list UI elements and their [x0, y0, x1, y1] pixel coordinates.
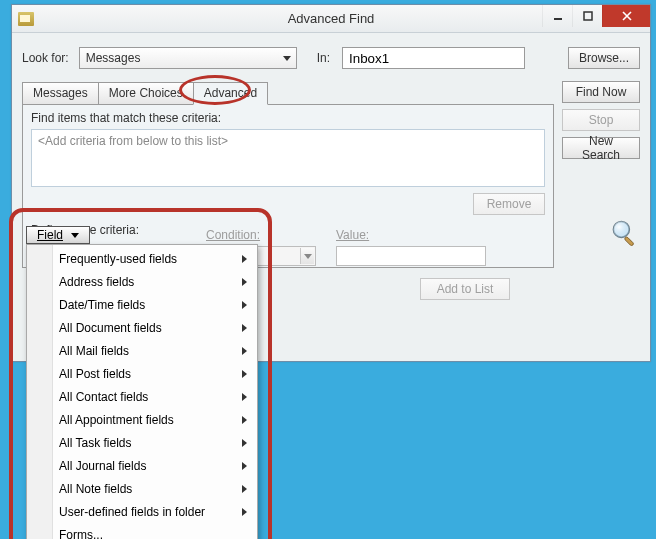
- submenu-arrow-icon: [242, 439, 247, 447]
- remove-button: Remove: [473, 193, 545, 215]
- add-to-list-button: Add to List: [420, 278, 510, 300]
- menu-item-contact[interactable]: All Contact fields: [29, 385, 255, 408]
- in-label: In:: [317, 51, 330, 65]
- field-menu: Frequently-used fields Address fields Da…: [26, 244, 258, 539]
- menu-item-frequently-used[interactable]: Frequently-used fields: [29, 247, 255, 270]
- look-for-combo[interactable]: Messages: [79, 47, 297, 69]
- tab-more-choices[interactable]: More Choices: [98, 82, 194, 105]
- maximize-button[interactable]: [572, 5, 602, 27]
- svg-rect-4: [624, 236, 634, 246]
- criteria-placeholder: <Add criteria from below to this list>: [38, 134, 228, 148]
- svg-rect-1: [584, 12, 592, 20]
- tab-advanced[interactable]: Advanced: [193, 82, 268, 105]
- find-now-button[interactable]: Find Now: [562, 81, 640, 103]
- menu-item-mail[interactable]: All Mail fields: [29, 339, 255, 362]
- app-icon: [18, 12, 34, 26]
- submenu-arrow-icon: [242, 255, 247, 263]
- tabs-row: Messages More Choices Advanced: [22, 81, 554, 104]
- browse-button[interactable]: Browse...: [568, 47, 640, 69]
- submenu-arrow-icon: [242, 462, 247, 470]
- svg-rect-0: [554, 18, 562, 20]
- field-button-label: Field: [37, 228, 63, 242]
- submenu-arrow-icon: [242, 416, 247, 424]
- submenu-arrow-icon: [242, 324, 247, 332]
- menu-item-note[interactable]: All Note fields: [29, 477, 255, 500]
- titlebar[interactable]: Advanced Find: [12, 5, 650, 33]
- submenu-arrow-icon: [242, 301, 247, 309]
- menu-item-address[interactable]: Address fields: [29, 270, 255, 293]
- menu-item-user-defined[interactable]: User-defined fields in folder: [29, 500, 255, 523]
- chevron-down-icon: [280, 48, 294, 68]
- svg-point-3: [614, 222, 630, 238]
- menu-item-appointment[interactable]: All Appointment fields: [29, 408, 255, 431]
- criteria-list[interactable]: <Add criteria from below to this list>: [31, 129, 545, 187]
- submenu-arrow-icon: [242, 508, 247, 516]
- field-button[interactable]: Field: [26, 226, 90, 244]
- chevron-down-icon: [300, 248, 314, 264]
- tab-messages[interactable]: Messages: [22, 82, 99, 105]
- condition-label: Condition:: [206, 228, 316, 242]
- value-label: Value:: [336, 228, 486, 242]
- look-for-value: Messages: [86, 51, 141, 65]
- in-input[interactable]: [342, 47, 525, 69]
- submenu-arrow-icon: [242, 485, 247, 493]
- menu-item-document[interactable]: All Document fields: [29, 316, 255, 339]
- stop-button: Stop: [562, 109, 640, 131]
- menu-item-post[interactable]: All Post fields: [29, 362, 255, 385]
- submenu-arrow-icon: [242, 370, 247, 378]
- submenu-arrow-icon: [242, 347, 247, 355]
- minimize-button[interactable]: [542, 5, 572, 27]
- menu-item-journal[interactable]: All Journal fields: [29, 454, 255, 477]
- submenu-arrow-icon: [242, 393, 247, 401]
- menu-item-forms[interactable]: Forms...: [29, 523, 255, 539]
- value-input[interactable]: [336, 246, 486, 266]
- panel-heading: Find items that match these criteria:: [31, 111, 545, 125]
- new-search-button[interactable]: New Search: [562, 137, 640, 159]
- look-for-label: Look for:: [22, 51, 69, 65]
- close-button[interactable]: [602, 5, 650, 27]
- menu-item-datetime[interactable]: Date/Time fields: [29, 293, 255, 316]
- submenu-arrow-icon: [242, 278, 247, 286]
- search-icon: [610, 218, 638, 250]
- menu-item-task[interactable]: All Task fields: [29, 431, 255, 454]
